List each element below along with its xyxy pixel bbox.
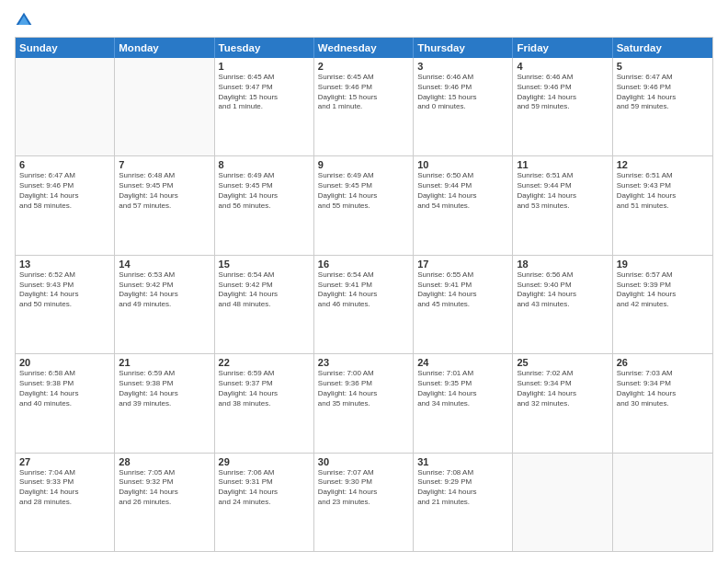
day-number: 8 (219, 159, 310, 170)
cell-line: Daylight: 14 hours (19, 191, 110, 201)
cell-line: Daylight: 14 hours (119, 191, 210, 201)
cell-line: Sunset: 9:45 PM (318, 181, 409, 191)
day-number: 31 (417, 456, 508, 467)
cell-line: Daylight: 14 hours (219, 290, 310, 300)
cell-line: Daylight: 14 hours (517, 290, 608, 300)
day-number: 13 (19, 259, 110, 270)
day-number: 21 (119, 357, 210, 368)
day-number: 5 (617, 61, 709, 72)
cell-line: Daylight: 14 hours (119, 488, 210, 498)
cell-line: Daylight: 15 hours (219, 93, 310, 103)
cell-line: and 42 minutes. (617, 300, 709, 310)
cell-line: Sunset: 9:46 PM (617, 83, 709, 93)
cell-line: Daylight: 14 hours (417, 191, 508, 201)
cell-line: and 21 minutes. (417, 498, 508, 508)
cell-line: Daylight: 14 hours (318, 389, 409, 399)
cell-line: Daylight: 14 hours (617, 389, 709, 399)
cal-week-5: 27Sunrise: 7:04 AMSunset: 9:33 PMDayligh… (16, 454, 712, 551)
day-number: 9 (318, 159, 409, 170)
cell-line: Sunset: 9:36 PM (318, 379, 409, 389)
day-number: 7 (119, 159, 210, 170)
cell-line: Sunrise: 6:56 AM (517, 270, 608, 281)
cell-line: Daylight: 14 hours (417, 290, 508, 300)
day-number: 16 (318, 259, 409, 270)
page: SundayMondayTuesdayWednesdayThursdayFrid… (0, 0, 728, 563)
cell-line: Sunrise: 6:49 AM (318, 171, 409, 181)
cell-line: and 51 minutes. (617, 201, 709, 212)
day-number: 12 (617, 159, 709, 170)
cell-line: Sunrise: 6:58 AM (19, 369, 110, 379)
cell-line: Sunrise: 6:47 AM (617, 73, 709, 83)
cell-line: and 35 minutes. (318, 399, 409, 409)
cal-cell: 9Sunrise: 6:49 AMSunset: 9:45 PMDaylight… (314, 156, 414, 254)
cal-cell: 31Sunrise: 7:08 AMSunset: 9:29 PMDayligh… (414, 454, 513, 551)
cal-cell: 14Sunrise: 6:53 AMSunset: 9:42 PMDayligh… (115, 256, 214, 353)
cell-line: Daylight: 14 hours (219, 488, 310, 498)
cal-cell: 10Sunrise: 6:50 AMSunset: 9:44 PMDayligh… (414, 156, 513, 254)
cell-line: Sunset: 9:39 PM (617, 281, 709, 291)
cell-line: Sunrise: 7:03 AM (617, 369, 709, 379)
cell-line: Sunrise: 6:54 AM (219, 270, 310, 281)
header-day-thursday: Thursday (414, 38, 513, 58)
cell-line: Daylight: 15 hours (318, 93, 409, 103)
cell-line: Sunset: 9:43 PM (19, 281, 110, 291)
cell-line: and 58 minutes. (19, 201, 110, 212)
cell-line: and 56 minutes. (219, 201, 310, 212)
header-day-friday: Friday (513, 38, 612, 58)
cal-cell: 25Sunrise: 7:02 AMSunset: 9:34 PMDayligh… (513, 354, 612, 452)
cell-line: Sunrise: 6:46 AM (517, 73, 608, 83)
day-number: 26 (617, 357, 709, 368)
header-day-tuesday: Tuesday (215, 38, 314, 58)
header-day-saturday: Saturday (613, 38, 712, 58)
cal-cell: 8Sunrise: 6:49 AMSunset: 9:45 PMDaylight… (215, 156, 314, 254)
cell-line: Daylight: 14 hours (219, 389, 310, 399)
cell-line: Daylight: 14 hours (119, 290, 210, 300)
cell-line: Sunset: 9:40 PM (517, 281, 608, 291)
cell-line: and 23 minutes. (318, 498, 409, 508)
cell-line: Sunrise: 7:05 AM (119, 468, 210, 478)
cell-line: and 32 minutes. (517, 399, 608, 409)
cell-line: Sunrise: 6:47 AM (19, 171, 110, 181)
day-number: 10 (417, 159, 508, 170)
cal-cell: 17Sunrise: 6:55 AMSunset: 9:41 PMDayligh… (414, 256, 513, 353)
cal-cell: 15Sunrise: 6:54 AMSunset: 9:42 PMDayligh… (215, 256, 314, 353)
cal-cell: 5Sunrise: 6:47 AMSunset: 9:46 PMDaylight… (613, 58, 712, 155)
cell-line: and 49 minutes. (119, 300, 210, 310)
cell-line: and 39 minutes. (119, 399, 210, 409)
cell-line: Sunset: 9:30 PM (318, 477, 409, 488)
cell-line: Sunset: 9:41 PM (318, 281, 409, 291)
day-number: 1 (219, 61, 310, 72)
cell-line: Sunrise: 7:07 AM (318, 468, 409, 478)
day-number: 23 (318, 357, 409, 368)
cell-line: Sunset: 9:33 PM (19, 477, 110, 488)
cell-line: Sunrise: 6:48 AM (119, 171, 210, 181)
cell-line: Sunrise: 7:01 AM (417, 369, 508, 379)
cal-cell: 28Sunrise: 7:05 AMSunset: 9:32 PMDayligh… (115, 454, 214, 551)
cell-line: Sunrise: 7:02 AM (517, 369, 608, 379)
day-number: 22 (219, 357, 310, 368)
calendar-body: 1Sunrise: 6:45 AMSunset: 9:47 PMDaylight… (16, 58, 712, 551)
cal-cell: 13Sunrise: 6:52 AMSunset: 9:43 PMDayligh… (16, 256, 115, 353)
cell-line: Sunrise: 6:49 AM (219, 171, 310, 181)
cal-cell: 2Sunrise: 6:45 AMSunset: 9:46 PMDaylight… (314, 58, 414, 155)
cal-week-4: 20Sunrise: 6:58 AMSunset: 9:38 PMDayligh… (16, 354, 712, 453)
cal-cell: 12Sunrise: 6:51 AMSunset: 9:43 PMDayligh… (613, 156, 712, 254)
cal-week-1: 1Sunrise: 6:45 AMSunset: 9:47 PMDaylight… (16, 58, 712, 156)
cal-cell (115, 58, 214, 155)
day-number: 14 (119, 259, 210, 270)
cell-line: and 55 minutes. (318, 201, 409, 212)
day-number: 20 (19, 357, 110, 368)
cell-line: Sunrise: 6:50 AM (417, 171, 508, 181)
day-number: 28 (119, 456, 210, 467)
cell-line: Daylight: 14 hours (617, 191, 709, 201)
cell-line: Sunrise: 7:04 AM (19, 468, 110, 478)
cell-line: Sunset: 9:45 PM (119, 181, 210, 191)
cell-line: Sunrise: 7:08 AM (417, 468, 508, 478)
cal-cell: 6Sunrise: 6:47 AMSunset: 9:46 PMDaylight… (16, 156, 115, 254)
cal-cell: 24Sunrise: 7:01 AMSunset: 9:35 PMDayligh… (414, 354, 513, 452)
cell-line: and 59 minutes. (617, 102, 709, 112)
cal-cell (613, 454, 712, 551)
cell-line: Sunset: 9:31 PM (219, 477, 310, 488)
cell-line: and 28 minutes. (19, 498, 110, 508)
cell-line: Daylight: 14 hours (617, 290, 709, 300)
